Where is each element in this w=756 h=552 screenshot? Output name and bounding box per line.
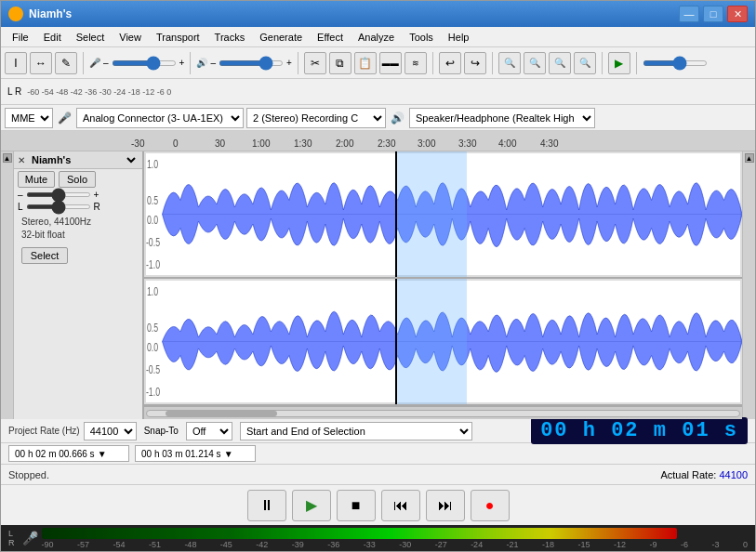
vu-input-labels: -90 -57 -54 -51 -48 -45 -42 -39 -36 -33 … (42, 540, 749, 549)
toolbar-sep-4 (432, 52, 433, 74)
zoom-in-btn[interactable]: 🔍 (498, 52, 521, 74)
actual-rate-value: 44100 (719, 469, 748, 480)
menu-help[interactable]: Help (441, 30, 477, 45)
sel-start-btn[interactable]: 00 h 02 m 00.666 s ▼ (8, 445, 129, 462)
scrollbar-track[interactable] (146, 410, 740, 417)
gain-plus: + (94, 190, 99, 200)
menu-tracks[interactable]: Tracks (207, 30, 253, 45)
vu-label-9: -9 (649, 540, 657, 549)
project-rate-label: Project Rate (Hz) (8, 426, 80, 436)
selection-mode-dropdown[interactable]: Start and End of Selection (240, 422, 472, 440)
h-scrollbar[interactable] (144, 406, 742, 419)
output-device-select[interactable]: Speaker/Headphone (Realtek High (409, 108, 595, 128)
zoom-out-btn[interactable]: 🔍 (524, 52, 546, 74)
menu-analyze[interactable]: Analyze (351, 30, 402, 45)
playback-speed-slider[interactable] (643, 60, 708, 66)
trim-btn[interactable]: ▬▬ (379, 52, 402, 74)
envelope-tool-btn[interactable]: ↔ (30, 52, 52, 74)
mic-minus: – (103, 58, 109, 68)
cut-btn[interactable]: ✂ (304, 52, 326, 74)
play-btn[interactable]: ▶ (608, 52, 630, 74)
channels-select[interactable]: 2 (Stereo) Recording C (246, 108, 386, 128)
vu-label-51: -51 (149, 540, 161, 549)
vu-label-39: -39 (292, 540, 304, 549)
scrollbar-thumb[interactable] (166, 411, 277, 416)
vu-label-48: -48 (184, 540, 196, 549)
track-name-dropdown[interactable]: Niamh's (28, 153, 139, 166)
selection-tool-btn[interactable]: I (5, 52, 27, 74)
play-button[interactable]: ▶ (292, 490, 331, 521)
track-info: Stereo, 44100Hz32-bit float (18, 214, 139, 243)
sel-end-value: 00 h 03 m 01.214 s (141, 449, 221, 459)
record-button[interactable]: ● (471, 490, 510, 521)
menu-select[interactable]: Select (69, 30, 113, 45)
track-close-btn[interactable]: ✕ (18, 155, 25, 165)
pan-slider[interactable] (26, 204, 91, 209)
tick-3: 1:00 (252, 138, 270, 149)
tick-7: 3:00 (418, 138, 435, 149)
scroll-right-up-btn[interactable]: ▲ (745, 153, 754, 163)
menu-generate[interactable]: Generate (252, 30, 310, 45)
toolbar-sep-1 (83, 52, 84, 74)
waveform-area[interactable]: 1.0 0.5 0.0 -0.5 -1.0 1.0 0.5 (144, 151, 742, 419)
undo-btn[interactable]: ↩ (439, 52, 461, 74)
minimize-button[interactable]: — (679, 6, 699, 22)
toolbar-sep-3 (298, 52, 298, 74)
menu-transport[interactable]: Transport (149, 30, 207, 45)
waveform-top[interactable]: 1.0 0.5 0.0 -0.5 -1.0 (144, 151, 742, 279)
time-display-group: 00 h 02 m 01 s (480, 417, 748, 444)
svg-text:1.0: 1.0 (147, 284, 158, 297)
silence-btn[interactable]: ≋ (405, 52, 427, 74)
skip-end-button[interactable]: ⏭ (426, 490, 465, 521)
svg-text:0.5: 0.5 (147, 321, 158, 334)
sel-end-btn[interactable]: 00 h 03 m 01.214 s ▼ (135, 445, 256, 462)
tick-9: 4:00 (498, 138, 516, 149)
tick-10: 4:30 (540, 138, 558, 149)
mute-button[interactable]: Mute (18, 171, 55, 188)
pan-r: R (94, 202, 100, 212)
snap-label: Snap-To (144, 426, 179, 436)
mic-volume-slider[interactable] (112, 60, 177, 66)
vu-meter-bar: LR 🎤 -90 -57 -54 -51 -48 -45 -42 -39 -36… (1, 525, 755, 551)
zoom-sel-btn[interactable]: 🔍 (549, 52, 571, 74)
solo-button[interactable]: Solo (59, 171, 96, 188)
vu-label-27: -27 (435, 540, 447, 549)
select-button[interactable]: Select (21, 247, 68, 264)
playhead-bottom (395, 279, 397, 404)
input-device-select[interactable]: Analog Connector (3- UA-1EX) (76, 108, 244, 128)
pause-button[interactable]: ⏸ (247, 490, 286, 521)
tick-0: -30 (131, 138, 144, 149)
paste-btn[interactable]: 📋 (354, 52, 377, 74)
menu-file[interactable]: File (5, 30, 36, 45)
redo-btn[interactable]: ↪ (464, 52, 486, 74)
tick-8: 3:30 (458, 138, 476, 149)
menu-edit[interactable]: Edit (36, 30, 69, 45)
speaker-device-icon: 🔊 (391, 112, 405, 125)
menu-tools[interactable]: Tools (402, 30, 441, 45)
vu-label-21: -21 (507, 540, 519, 549)
sel-start-arrow: ▼ (98, 449, 107, 459)
sel-time-row: 00 h 02 m 00.666 s ▼ 00 h 03 m 01.214 s … (1, 443, 755, 464)
skip-start-button[interactable]: ⏮ (381, 490, 420, 521)
svg-text:0.5: 0.5 (147, 193, 158, 206)
tick-5: 2:00 (336, 138, 353, 149)
menu-effect[interactable]: Effect (310, 30, 351, 45)
gain-slider[interactable] (26, 192, 91, 197)
toolbar-sep-5 (492, 52, 493, 74)
timeline-canvas[interactable]: -30 0 30 1:00 1:30 2:00 2:30 3:00 3:30 4… (131, 131, 755, 151)
stop-button[interactable]: ■ (337, 490, 376, 521)
maximize-button[interactable]: □ (703, 6, 723, 22)
zoom-fit-btn[interactable]: 🔍 (574, 52, 596, 74)
menu-view[interactable]: View (112, 30, 149, 45)
scroll-up-btn[interactable]: ▲ (3, 153, 12, 163)
snap-select[interactable]: Off (186, 422, 232, 440)
speaker-volume-slider[interactable] (219, 60, 284, 66)
interface-select[interactable]: MME (5, 108, 53, 128)
draw-tool-btn[interactable]: ✎ (55, 52, 77, 74)
vu-label-6: -6 (681, 540, 688, 549)
project-rate-select[interactable]: 44100 (84, 422, 137, 440)
copy-btn[interactable]: ⧉ (329, 52, 351, 74)
title-bar: Niamh's — □ ✕ (1, 1, 755, 27)
waveform-bottom[interactable]: 1.0 0.5 0.0 -0.5 -1.0 (144, 279, 742, 406)
close-button[interactable]: ✕ (727, 6, 748, 22)
